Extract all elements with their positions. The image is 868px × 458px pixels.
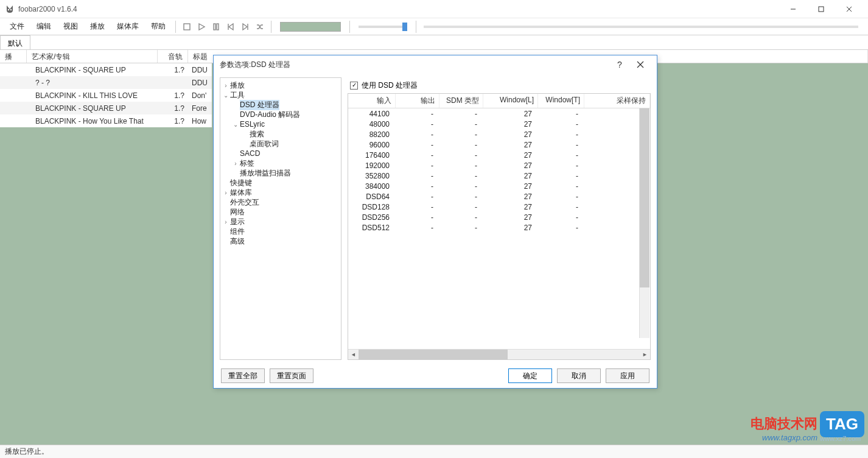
watermark-xz: www.xz7.com	[820, 435, 864, 442]
col-artist[interactable]: 艺术家/专辑	[27, 50, 158, 63]
menu-view[interactable]: 视图	[57, 19, 84, 34]
grid-row[interactable]: 96000--27--	[348, 139, 650, 150]
menu-library[interactable]: 媒体库	[111, 19, 145, 34]
grid-cell: 48000	[348, 120, 396, 129]
dialog-close-button[interactable]	[630, 57, 651, 72]
grid-cell: -	[439, 120, 483, 129]
tree-node[interactable]: 组件	[222, 227, 340, 236]
playlist-row[interactable]: BLACKPINK - How You Like That1.?How	[0, 114, 212, 127]
reset-all-button[interactable]: 重置全部	[221, 368, 265, 383]
volume-thumb[interactable]	[402, 23, 407, 31]
tree-node[interactable]: ⌄ESLyric	[222, 119, 340, 129]
pause-button[interactable]	[210, 21, 222, 33]
tree-node[interactable]: 搜索	[222, 129, 340, 139]
hscroll-thumb[interactable]	[359, 350, 508, 360]
menu-file[interactable]: 文件	[4, 19, 30, 34]
menu-edit[interactable]: 编辑	[30, 19, 57, 34]
grid-cell: -	[396, 182, 439, 191]
tree-node[interactable]: ›显示	[222, 217, 340, 227]
grid-header[interactable]: 输出	[396, 94, 439, 108]
playlist-row[interactable]: BLACKPINK - SQUARE UP1.?Fore	[0, 102, 212, 114]
grid-row[interactable]: DSD256--27--	[348, 212, 650, 222]
grid-header[interactable]: 采样保持	[584, 94, 650, 108]
grid-row[interactable]: DSD128--27--	[348, 202, 650, 212]
tree-node[interactable]: 快捷键	[222, 178, 340, 188]
toolbar-separator	[349, 21, 350, 33]
grid-cell: 352800	[348, 172, 396, 180]
grid-cell: 27	[483, 161, 538, 170]
tree-node[interactable]: 外壳交互	[222, 197, 340, 207]
grid-header[interactable]: Window[T]	[538, 94, 584, 108]
apply-button[interactable]: 应用	[606, 368, 649, 383]
close-button[interactable]	[835, 0, 863, 18]
grid-cell: -	[439, 141, 483, 149]
tree-node[interactable]: ›标签	[222, 158, 340, 168]
grid-row[interactable]: 384000--27--	[348, 181, 650, 191]
tree-node[interactable]: DVD-Audio 解码器	[222, 110, 340, 119]
progress-bar[interactable]	[280, 22, 341, 32]
cell-title: DDU	[188, 66, 212, 74]
preferences-tree[interactable]: ›播放⌄工具DSD 处理器DVD-Audio 解码器⌄ESLyric搜索桌面歌词…	[220, 77, 341, 360]
grid-header[interactable]: 输入	[348, 94, 396, 108]
col-order[interactable]: 播放…	[0, 50, 27, 63]
hscroll-right[interactable]: ►	[640, 350, 650, 360]
playlist-row[interactable]: ? - ?DDU	[0, 76, 212, 89]
tree-node[interactable]: SACD	[222, 149, 340, 158]
grid-row[interactable]: DSD512--27--	[348, 222, 650, 233]
tree-node[interactable]: DSD 处理器	[222, 100, 340, 110]
prev-button[interactable]	[225, 21, 237, 33]
tree-node[interactable]: 桌面歌词	[222, 139, 340, 149]
hscroll-left[interactable]: ◄	[348, 350, 359, 360]
window-titlebar: foobar2000 v1.6.4	[0, 0, 868, 18]
cell-artist: BLACKPINK - SQUARE UP	[27, 104, 158, 113]
grid-row[interactable]: 192000--27--	[348, 160, 650, 171]
cell-title: How	[188, 117, 212, 125]
col-track[interactable]: 音轨号	[158, 50, 188, 63]
maximize-button[interactable]	[807, 0, 835, 18]
grid-row[interactable]: 352800--27--	[348, 171, 650, 181]
watermark-url: www.tagxp.com	[751, 433, 817, 442]
tree-node[interactable]: ⌄工具	[222, 90, 340, 100]
grid-row[interactable]: 88200--27--	[348, 129, 650, 139]
random-button[interactable]	[254, 21, 266, 33]
grid-row[interactable]: DSD64--27--	[348, 191, 650, 202]
grid-vscroll[interactable]	[639, 108, 649, 338]
playlist-row[interactable]: BLACKPINK - SQUARE UP1.?DDU	[0, 63, 212, 76]
tree-node[interactable]: 高级	[222, 236, 340, 246]
status-text: 播放已停止。	[5, 446, 49, 457]
cancel-button[interactable]: 取消	[557, 368, 601, 383]
menu-help[interactable]: 帮助	[145, 19, 172, 34]
use-dsd-checkbox[interactable]: ✓	[350, 82, 358, 90]
grid-header[interactable]: Window[L]	[483, 94, 538, 108]
ok-button[interactable]: 确定	[508, 368, 552, 383]
minimize-button[interactable]	[779, 0, 807, 18]
volume-slider[interactable]	[359, 26, 407, 28]
toolbar-separator	[416, 21, 416, 33]
tree-node[interactable]: 网络	[222, 207, 340, 217]
dialog-help-button[interactable]: ?	[609, 57, 630, 72]
grid-row[interactable]: 48000--27--	[348, 119, 650, 129]
grid-cell: -	[538, 203, 584, 211]
menu-play[interactable]: 播放	[84, 19, 111, 34]
grid-row[interactable]: 176400--27--	[348, 150, 650, 160]
next-button[interactable]	[239, 21, 251, 33]
stop-button[interactable]	[181, 21, 193, 33]
grid-header[interactable]: SDM 类型	[439, 94, 483, 108]
tree-label: 桌面歌词	[250, 139, 279, 149]
tree-node[interactable]: 播放增益扫描器	[222, 168, 340, 178]
playlist-row[interactable]: BLACKPINK - KILL THIS LOVE1.?Don'	[0, 89, 212, 102]
grid-cell: -	[439, 151, 483, 160]
play-button[interactable]	[195, 21, 208, 33]
cell-artist: BLACKPINK - How You Like That	[27, 117, 158, 125]
grid-row[interactable]: 44100--27--	[348, 108, 650, 119]
reset-page-button[interactable]: 重置页面	[270, 368, 313, 383]
grid-cell: -	[538, 110, 584, 118]
grid-hscroll[interactable]: ◄ ►	[348, 349, 650, 359]
playlist-tab[interactable]: 默认	[0, 35, 30, 49]
seek-bar[interactable]	[424, 26, 858, 28]
tree-node[interactable]: ›播放	[222, 80, 340, 90]
tree-node[interactable]: ›媒体库	[222, 188, 340, 197]
tree-label: 播放	[230, 80, 245, 91]
vscroll-thumb[interactable]	[640, 108, 649, 287]
grid-cell: -	[538, 151, 584, 160]
